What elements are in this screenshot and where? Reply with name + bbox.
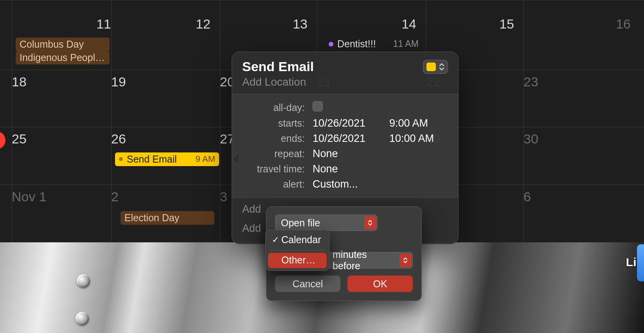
day-number[interactable]: 30 xyxy=(523,131,631,147)
day-number[interactable]: 25 xyxy=(12,131,111,147)
event-time: 9 AM xyxy=(196,153,215,165)
day-number[interactable]: Nov 1 xyxy=(12,189,111,204)
day-number[interactable]: 19 xyxy=(111,74,210,90)
divider xyxy=(270,250,325,251)
day-number[interactable]: 11 xyxy=(12,16,111,32)
day-number[interactable]: 26 xyxy=(111,131,210,147)
event-label: Send Email xyxy=(127,153,177,165)
event-label: Election Day xyxy=(124,212,179,223)
alert-value[interactable]: Custom... xyxy=(313,178,381,190)
allday-label: all-day: xyxy=(242,102,305,113)
wallpaper-detail-2 xyxy=(76,312,89,325)
alert-unit-select[interactable]: minutes before xyxy=(327,252,413,269)
calendar-picker[interactable] xyxy=(423,60,448,74)
ends-time-field[interactable]: 10:00 AM xyxy=(389,132,448,145)
ok-button[interactable]: OK xyxy=(347,276,413,292)
travel-time-value[interactable]: None xyxy=(313,163,381,175)
select-value: minutes before xyxy=(333,249,397,272)
event-label: Columbus Day xyxy=(20,39,84,50)
day-number[interactable]: 13 xyxy=(220,16,308,32)
calendar-dot-purple xyxy=(329,42,333,47)
event-location-input[interactable]: Add Location xyxy=(242,76,448,88)
dropdown-item-label: Other… xyxy=(281,254,316,266)
repeat-value[interactable]: None xyxy=(313,148,381,160)
day-number[interactable]: 14 xyxy=(317,16,416,32)
chevrons-up-down-icon xyxy=(439,63,444,71)
calendar-col xyxy=(12,0,111,242)
calendar-color-swatch xyxy=(426,63,436,71)
calendar-col xyxy=(111,0,220,242)
event-dentist[interactable]: Dentist!!! 11 AM xyxy=(329,38,423,50)
alert-action-select[interactable]: Open file xyxy=(275,215,378,231)
starts-time-field[interactable]: 9:00 AM xyxy=(389,117,448,129)
calendar-dot-yellow xyxy=(119,157,123,161)
event-label: Indigenous Peopl… xyxy=(20,52,105,63)
event-columbus-day[interactable]: Columbus Day xyxy=(16,38,110,51)
event-time: 11 AM xyxy=(393,39,419,49)
day-number[interactable]: 12 xyxy=(111,16,210,32)
add-prefix: Add xyxy=(242,203,261,215)
add-prefix: Add xyxy=(242,222,261,234)
wallpaper-detail-1 xyxy=(77,274,90,288)
dropdown-item-label: Calendar xyxy=(281,234,321,245)
day-number[interactable]: 2 xyxy=(111,189,210,204)
day-number[interactable]: 6 xyxy=(523,189,631,204)
day-number[interactable]: 15 xyxy=(426,16,514,32)
button-label: Cancel xyxy=(293,278,323,290)
event-title-input[interactable]: Send Email xyxy=(242,59,423,74)
alert-label: alert: xyxy=(242,179,305,190)
cancel-button[interactable]: Cancel xyxy=(275,276,340,292)
day-number[interactable]: 18 xyxy=(12,74,111,90)
select-value: Open file xyxy=(281,217,320,229)
starts-date-field[interactable]: 10/26/2021 xyxy=(313,117,381,129)
calendar-col xyxy=(523,0,644,242)
event-send-email[interactable]: Send Email 9 AM xyxy=(115,152,219,166)
check-icon: ✓ xyxy=(271,235,280,245)
ends-label: ends: xyxy=(242,133,305,144)
starts-label: starts: xyxy=(242,118,305,129)
ends-date-field[interactable]: 10/26/2021 xyxy=(313,132,381,145)
chevrons-up-down-icon xyxy=(399,254,411,267)
allday-checkbox[interactable] xyxy=(313,101,323,111)
event-indigenous-day[interactable]: Indigenous Peopl… xyxy=(16,51,110,64)
event-election-day[interactable]: Election Day xyxy=(121,211,214,225)
button-label: OK xyxy=(373,278,387,290)
alert-file-dropdown: ✓ Calendar Other… xyxy=(265,230,329,271)
dropdown-item-calendar[interactable]: ✓ Calendar xyxy=(268,233,327,248)
day-number[interactable]: 16 xyxy=(523,16,631,32)
event-label: Dentist!!! xyxy=(337,38,376,50)
chevrons-up-down-icon xyxy=(364,216,376,229)
dock-app-icon-partial[interactable] xyxy=(637,244,644,281)
repeat-label: repeat: xyxy=(242,148,305,159)
travel-time-label: travel time: xyxy=(242,163,305,175)
day-number[interactable]: 23 xyxy=(523,74,631,90)
dropdown-item-other[interactable]: Other… xyxy=(268,253,327,268)
